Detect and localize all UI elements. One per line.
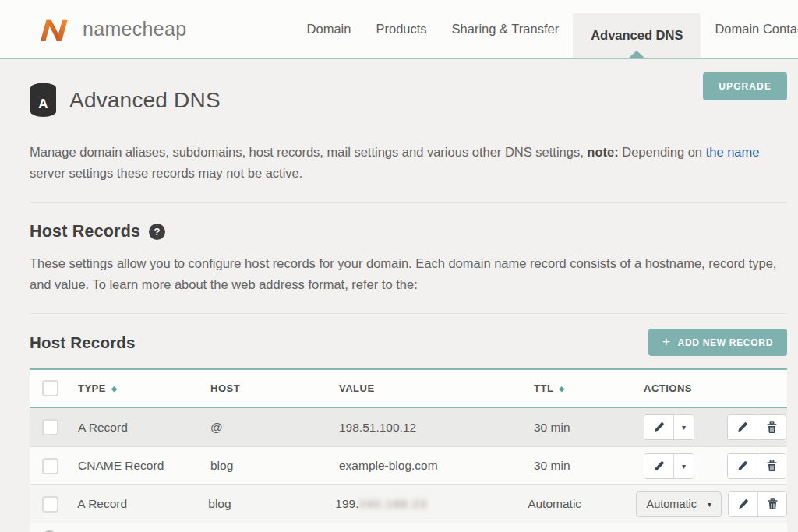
pencil-icon: [653, 421, 665, 433]
divider: [30, 313, 787, 314]
column-label-ttl: TTL: [534, 382, 553, 394]
help-icon[interactable]: ?: [149, 224, 165, 240]
cell-value: 198.51.100.12: [339, 421, 416, 434]
intro-note-label: note:: [587, 145, 618, 159]
cell-host: blog: [208, 497, 231, 510]
row-checkbox[interactable]: [42, 419, 58, 435]
edit-record-button[interactable]: [644, 415, 673, 439]
cell-type: A Record: [78, 421, 128, 435]
intro-paragraph: Manage domain aliases, subdomains, host …: [30, 142, 782, 184]
nav-tab-label: Advanced DNS: [591, 28, 683, 43]
nav-item-domain[interactable]: Domain: [295, 22, 364, 37]
trash-icon: [767, 498, 779, 510]
column-header-type[interactable]: TYPE ◆: [67, 382, 200, 394]
record-actions-group: [727, 453, 786, 479]
delete-record-button[interactable]: [757, 415, 786, 439]
record-actions-group: [727, 414, 786, 440]
intro-text-3: server settings these records may not be…: [30, 166, 302, 180]
ttl-dropdown[interactable]: Automatic ▾: [636, 491, 722, 517]
plus-icon: +: [662, 334, 671, 350]
page-header: A Advanced DNS UPGRADE: [30, 72, 787, 118]
edit-record-button[interactable]: [728, 454, 757, 478]
column-label-actions: ACTIONS: [644, 382, 692, 394]
chevron-down-icon: ▾: [682, 423, 686, 432]
cell-host: @: [210, 421, 223, 434]
host-records-description: These settings allow you to configure ho…: [30, 253, 782, 295]
edit-options-dropdown[interactable]: ▾: [673, 415, 694, 439]
ttl-dropdown-value: Automatic: [646, 498, 696, 510]
name-server-link[interactable]: the name: [706, 145, 760, 159]
cell-type: CNAME Record: [78, 459, 164, 473]
trash-icon: [766, 421, 778, 434]
top-nav: namecheap Domain Products Sharing & Tran…: [0, 0, 798, 59]
host-records-heading-label: Host Records: [30, 222, 140, 241]
brand-wordmark: namecheap: [83, 18, 186, 41]
nav-tab-advanced-dns[interactable]: Advanced DNS: [573, 13, 701, 58]
table-row: A Record @ 198.51.100.12 30 min ▾: [30, 408, 787, 446]
add-new-record-button[interactable]: + ADD NEW RECORD: [648, 329, 787, 356]
chevron-down-icon: ▾: [708, 500, 711, 509]
table-footnote: i With this option TTL will be set to 30…: [30, 523, 787, 532]
namecheap-logo-icon: [35, 13, 72, 44]
cell-value: example-blog.com: [339, 459, 438, 472]
edit-record-button[interactable]: [644, 454, 673, 478]
pencil-icon: [736, 421, 748, 433]
intro-text-1: Manage domain aliases, subdomains, host …: [30, 145, 587, 159]
column-header-actions: ACTIONS: [632, 382, 787, 394]
column-label-host: HOST: [210, 382, 240, 394]
active-tab-caret-icon: [629, 51, 644, 58]
page-title-group: A Advanced DNS: [30, 83, 221, 118]
record-type-letter: A: [38, 97, 48, 111]
row-checkbox[interactable]: [42, 458, 58, 474]
trash-icon: [766, 460, 778, 472]
page-title: Advanced DNS: [69, 88, 221, 113]
add-new-record-label: ADD NEW RECORD: [678, 337, 773, 348]
column-header-value: VALUE: [328, 382, 523, 394]
table-title: Host Records: [30, 333, 136, 352]
namecheap-logo[interactable]: namecheap: [35, 13, 186, 44]
upgrade-button[interactable]: UPGRADE: [703, 72, 787, 100]
table-header-bar: Host Records + ADD NEW RECORD: [30, 329, 787, 356]
host-records-table: TYPE ◆ HOST VALUE TTL ◆ ACTIONS A Record: [30, 368, 787, 532]
sort-icon: ◆: [559, 385, 564, 393]
cell-type: A Record: [77, 497, 127, 511]
select-all-checkbox[interactable]: [42, 380, 58, 396]
table-row: CNAME Record blog example-blog.com 30 mi…: [30, 446, 787, 484]
redacted-value: 240.188.23: [358, 497, 427, 510]
column-label-type: TYPE: [78, 382, 106, 394]
pencil-icon: [736, 460, 748, 472]
table-row: A Record blog 199.240.188.23 Automatic A…: [30, 484, 787, 523]
nav-item-products[interactable]: Products: [363, 22, 439, 37]
pencil-icon: [737, 499, 749, 510]
host-records-heading: Host Records ?: [30, 222, 787, 241]
cell-value-prefix: 199.: [335, 497, 358, 510]
edit-options-dropdown[interactable]: ▾: [673, 454, 694, 478]
main-content: A Advanced DNS UPGRADE Manage domain ali…: [0, 72, 798, 532]
sort-icon: ◆: [111, 385, 117, 393]
dns-database-icon: A: [30, 83, 57, 118]
divider: [30, 202, 787, 203]
column-label-value: VALUE: [339, 382, 375, 394]
delete-record-button[interactable]: [757, 492, 786, 516]
intro-text-2: Depending on: [619, 145, 706, 159]
row-checkbox[interactable]: [42, 496, 58, 513]
table-header-row: TYPE ◆ HOST VALUE TTL ◆ ACTIONS: [30, 368, 787, 408]
column-header-ttl[interactable]: TTL ◆: [523, 382, 632, 394]
cell-ttl: 30 min: [534, 459, 570, 473]
cell-ttl: 30 min: [534, 421, 570, 435]
main-nav: Domain Products Sharing & Transfer Advan…: [295, 0, 798, 58]
edit-record-button[interactable]: [729, 492, 757, 516]
edit-split-button: ▾: [644, 453, 694, 479]
nav-item-domain-contacts[interactable]: Domain Contacts: [702, 22, 798, 37]
pencil-icon: [653, 460, 665, 472]
cell-ttl: Automatic: [528, 497, 581, 511]
nav-item-sharing-transfer[interactable]: Sharing & Transfer: [440, 22, 572, 37]
record-actions-group: [728, 491, 787, 517]
delete-record-button[interactable]: [757, 454, 786, 478]
edit-record-button[interactable]: [728, 415, 757, 439]
chevron-down-icon: ▾: [682, 462, 686, 470]
cell-host: blog: [210, 459, 233, 472]
column-header-host: HOST: [200, 382, 328, 394]
edit-split-button: ▾: [644, 414, 694, 440]
